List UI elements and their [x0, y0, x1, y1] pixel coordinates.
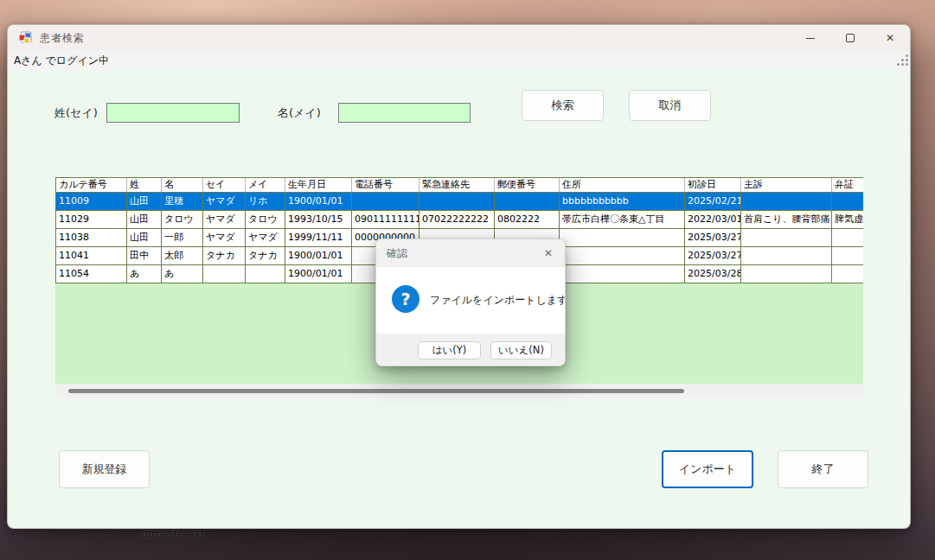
app-icon	[18, 31, 32, 45]
column-header-12[interactable]: 主訴	[741, 178, 832, 192]
horizontal-scrollbar[interactable]	[55, 384, 863, 398]
table-cell[interactable]	[560, 247, 685, 264]
table-cell[interactable]: 2025/03/28	[685, 265, 741, 283]
column-header-6[interactable]: 生年月日	[285, 178, 352, 192]
table-cell[interactable]: 首肩こり、腰背部痛	[741, 211, 832, 228]
scrollbar-thumb[interactable]	[68, 389, 684, 393]
table-cell[interactable]: 太郎	[162, 247, 203, 264]
table-cell[interactable]: タロウ	[246, 211, 285, 228]
dialog-message: ファイルをインポートしますか？	[430, 293, 566, 308]
table-cell[interactable]: 11029	[56, 211, 127, 228]
register-button[interactable]: 新規登録	[59, 450, 150, 488]
table-cell[interactable]: タナカ	[203, 247, 246, 264]
table-cell[interactable]	[560, 229, 685, 246]
table-cell[interactable]: 里穂	[162, 193, 203, 210]
table-cell[interactable]	[832, 229, 863, 246]
cancel-button[interactable]: 取消	[629, 90, 711, 121]
column-header-9[interactable]: 郵便番号	[495, 178, 560, 192]
table-cell[interactable]: リホ	[246, 193, 285, 210]
table-cell[interactable]: bbbbbbbbbbb	[560, 193, 685, 210]
exit-button[interactable]: 終了	[778, 450, 868, 488]
table-cell[interactable]	[419, 193, 495, 210]
table-cell[interactable]	[560, 265, 685, 283]
table-cell[interactable]: 山田	[127, 211, 162, 228]
table-cell[interactable]: タナカ	[246, 247, 285, 264]
table-cell[interactable]: 11038	[56, 229, 127, 246]
last-name-input[interactable]	[106, 103, 240, 123]
minimize-icon[interactable]	[791, 25, 830, 51]
table-cell[interactable]: ヤマダ	[246, 229, 285, 246]
table-cell[interactable]: 田中	[127, 247, 162, 264]
column-header-5[interactable]: メイ	[246, 178, 285, 192]
last-name-label: 姓(セイ)	[54, 103, 98, 123]
column-header-3[interactable]: 名	[162, 178, 203, 192]
table-cell[interactable]: ヤマダ	[203, 229, 246, 246]
table-cell[interactable]: 1900/01/01	[285, 247, 352, 264]
table-cell[interactable]: 1900/01/01	[285, 193, 352, 210]
first-name-label: 名(メイ)	[278, 103, 321, 123]
dialog-body: ? ファイルをインポートしますか？	[376, 267, 565, 335]
dialog-close-icon[interactable]: ✕	[541, 245, 556, 261]
table-cell[interactable]	[832, 193, 863, 210]
table-cell[interactable]: あ	[162, 265, 203, 283]
table-cell[interactable]	[495, 193, 560, 210]
table-cell[interactable]: 11041	[56, 247, 127, 264]
table-cell[interactable]	[832, 247, 863, 264]
table-cell[interactable]	[352, 193, 419, 210]
yes-button[interactable]: はい(Y)	[418, 341, 481, 360]
table-cell[interactable]: 脾気虚	[832, 211, 863, 228]
search-button[interactable]: 検索	[522, 90, 604, 121]
dialog-title-bar: 確認 ✕	[376, 239, 565, 267]
table-cell[interactable]: タロウ	[162, 211, 203, 228]
table-cell[interactable]	[741, 193, 832, 210]
first-name-input[interactable]	[338, 103, 471, 123]
table-cell[interactable]	[741, 265, 832, 283]
desktop-wallpaper: 患者検索 ✕ Aさん でログイン中 姓(セイ) 名(メイ) 検索 取消 カルテ番…	[0, 0, 935, 560]
import-button[interactable]: インポート	[662, 450, 753, 488]
table-row[interactable]: 11029山田タロウヤマダタロウ1993/10/1509011111111070…	[56, 211, 863, 229]
table-cell[interactable]: 1993/10/15	[285, 211, 352, 228]
close-icon[interactable]: ✕	[870, 25, 910, 51]
confirm-dialog: 確認 ✕ ? ファイルをインポートしますか？ はい(Y) いいえ(N)	[375, 239, 566, 366]
table-cell[interactable]: 1900/01/01	[285, 265, 352, 283]
column-header-8[interactable]: 緊急連絡先	[419, 178, 495, 192]
table-cell[interactable]: 帯広市白樺〇条東△丁目	[560, 211, 685, 228]
table-cell[interactable]: 2025/03/27	[685, 247, 741, 264]
column-header-1[interactable]: カルテ番号	[56, 178, 127, 192]
table-cell[interactable]: ヤマダ	[203, 193, 246, 210]
table-cell[interactable]: 2022/03/01	[685, 211, 741, 228]
table-cell[interactable]	[203, 265, 246, 283]
no-button[interactable]: いいえ(N)	[490, 341, 552, 360]
table-cell[interactable]: 11009	[56, 193, 127, 210]
table-cell[interactable]: 0802222	[495, 211, 560, 228]
desktop-file-label[interactable]: ptmaster.txt	[141, 528, 205, 540]
table-cell[interactable]	[741, 247, 832, 264]
maximize-icon[interactable]	[830, 25, 870, 51]
table-cell[interactable]: 2025/02/21	[685, 193, 741, 210]
table-cell[interactable]: ヤマダ	[203, 211, 246, 228]
table-row[interactable]: 11009山田里穂ヤマダリホ1900/01/01bbbbbbbbbbb2025/…	[56, 193, 863, 211]
table-cell[interactable]: 2025/03/27	[685, 229, 741, 246]
table-cell[interactable]: 11054	[56, 265, 127, 283]
column-header-7[interactable]: 電話番号	[352, 178, 419, 192]
column-header-13[interactable]: 弁証	[832, 178, 863, 192]
table-cell[interactable]: 一郎	[162, 229, 203, 246]
table-cell[interactable]: 山田	[127, 193, 162, 210]
table-cell[interactable]: 07022222222	[419, 211, 495, 228]
window-title: 患者検索	[40, 31, 85, 46]
dialog-title: 確認	[387, 246, 407, 261]
menu-bar: Aさん でログイン中	[8, 51, 910, 70]
table-cell[interactable]: 山田	[127, 229, 162, 246]
table-cell[interactable]	[832, 265, 863, 283]
table-cell[interactable]	[741, 229, 832, 246]
login-status[interactable]: Aさん でログイン中	[8, 51, 115, 71]
table-header: カルテ番号姓名セイメイ生年月日電話番号緊急連絡先郵便番号住所初診日主訴弁証	[56, 178, 863, 193]
table-cell[interactable]	[246, 265, 285, 283]
column-header-11[interactable]: 初診日	[685, 178, 741, 192]
column-header-10[interactable]: 住所	[560, 178, 685, 192]
table-cell[interactable]: 09011111111	[352, 211, 419, 228]
column-header-4[interactable]: セイ	[203, 178, 246, 192]
table-cell[interactable]: あ	[127, 265, 162, 283]
column-header-2[interactable]: 姓	[127, 178, 162, 192]
table-cell[interactable]: 1999/11/11	[285, 229, 352, 246]
